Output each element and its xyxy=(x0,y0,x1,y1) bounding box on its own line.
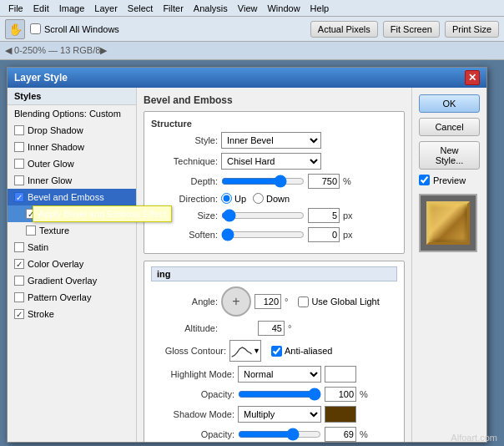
technique-select[interactable]: Chisel Hard xyxy=(221,153,321,170)
angle-wheel[interactable] xyxy=(221,286,251,317)
size-input[interactable] xyxy=(308,208,340,223)
scroll-all-windows-label: Scroll All Windows xyxy=(44,24,119,34)
direction-down-label: Down xyxy=(266,194,290,204)
stroke-item[interactable]: ✓ Stroke xyxy=(8,306,136,322)
cancel-button[interactable]: Cancel xyxy=(419,118,480,136)
inner-shadow-label: Inner Shadow xyxy=(28,142,84,152)
direction-up-item[interactable]: Up xyxy=(221,193,246,204)
shading-section: ing Angle: ° Use Global Light Altitude: xyxy=(144,261,405,442)
print-size-button[interactable]: Print Size xyxy=(445,21,499,38)
anti-aliased-checkbox[interactable] xyxy=(271,346,282,357)
stroke-checkbox[interactable]: ✓ xyxy=(14,309,24,319)
outer-glow-item[interactable]: Outer Glow xyxy=(8,155,136,172)
satin-label: Satin xyxy=(28,242,48,252)
menu-help[interactable]: Help xyxy=(305,2,335,15)
pattern-overlay-item[interactable]: Pattern Overlay xyxy=(8,289,136,306)
gloss-contour-picker[interactable]: ▼ xyxy=(229,340,261,362)
angle-label: Angle: xyxy=(151,296,218,307)
menu-window[interactable]: Window xyxy=(262,2,305,15)
style-select[interactable]: Inner Bevel xyxy=(221,132,321,149)
soften-input[interactable] xyxy=(308,227,340,242)
fit-screen-button[interactable]: Fit Screen xyxy=(383,21,440,38)
tabbar: ◀ 0-250% — 13 RGB/8▶ xyxy=(0,42,504,60)
inner-shadow-item[interactable]: Inner Shadow xyxy=(8,139,136,155)
inner-glow-checkbox[interactable] xyxy=(14,175,24,185)
structure-title: Structure xyxy=(151,119,397,129)
highlight-color-swatch[interactable] xyxy=(325,366,356,383)
contour-dropdown-icon: ▼ xyxy=(253,347,260,355)
gloss-contour-label: Gloss Contour: xyxy=(151,346,226,356)
soften-slider[interactable] xyxy=(221,228,305,241)
menu-view[interactable]: View xyxy=(233,2,263,15)
dialog-close-button[interactable]: ✕ xyxy=(465,70,480,85)
technique-row: Technique: Chisel Hard xyxy=(151,153,397,170)
outer-glow-checkbox[interactable] xyxy=(14,159,24,169)
gloss-contour-row: Gloss Contour: ▼ Anti-aliased xyxy=(151,340,397,362)
altitude-row: Altitude: ° xyxy=(151,321,397,336)
blending-options-item[interactable]: Blending Options: Custom xyxy=(8,105,136,122)
direction-up-radio[interactable] xyxy=(221,193,232,204)
altitude-input[interactable] xyxy=(258,321,285,336)
opacity1-label: Opacity: xyxy=(151,389,234,399)
actual-pixels-button[interactable]: Actual Pixels xyxy=(310,21,378,38)
hand-tool-icon[interactable]: ✋ xyxy=(5,19,25,39)
texture-checkbox[interactable] xyxy=(26,226,36,236)
menu-select[interactable]: Select xyxy=(123,2,159,15)
inner-glow-item[interactable]: Inner Glow xyxy=(8,172,136,189)
pattern-overlay-checkbox[interactable] xyxy=(14,292,24,302)
drop-shadow-item[interactable]: Drop Shadow xyxy=(8,122,136,139)
inner-shadow-checkbox[interactable] xyxy=(14,142,24,152)
angle-row: Angle: ° Use Global Light xyxy=(151,286,397,317)
satin-item[interactable]: Satin xyxy=(8,239,136,256)
depth-slider[interactable] xyxy=(221,175,305,188)
menu-image[interactable]: Image xyxy=(54,2,90,15)
texture-item[interactable]: Texture xyxy=(8,222,136,239)
right-panel: Bevel and Emboss Structure Style: Inner … xyxy=(137,88,411,442)
anti-aliased-label: Anti-aliased xyxy=(285,346,332,356)
pattern-overlay-label: Pattern Overlay xyxy=(28,292,91,302)
satin-checkbox[interactable] xyxy=(14,242,24,252)
ok-button[interactable]: OK xyxy=(419,94,480,113)
preview-inner xyxy=(426,201,470,245)
highlight-mode-select[interactable]: Normal xyxy=(238,366,321,383)
use-global-light-label: Use Global Light xyxy=(311,296,379,307)
angle-input[interactable] xyxy=(255,294,281,309)
scroll-all-windows-checkbox[interactable]: Scroll All Windows xyxy=(30,23,119,34)
use-global-light-item[interactable]: Use Global Light xyxy=(298,296,379,307)
use-global-light-checkbox[interactable] xyxy=(298,296,309,307)
bevel-emboss-checkbox[interactable]: ✓ xyxy=(14,192,24,202)
shadow-mode-select[interactable]: Multiply xyxy=(238,406,321,423)
direction-row: Direction: Up Down xyxy=(151,193,397,204)
menu-filter[interactable]: Filter xyxy=(158,2,188,15)
depth-input[interactable] xyxy=(308,174,340,189)
scroll-all-windows-input[interactable] xyxy=(30,23,41,34)
left-panel-header: Styles xyxy=(8,88,136,105)
menu-file[interactable]: File xyxy=(3,2,28,15)
soften-label: Soften: xyxy=(151,230,218,240)
preview-checkbox[interactable] xyxy=(419,175,430,185)
gradient-overlay-item[interactable]: Gradient Overlay xyxy=(8,272,136,289)
texture-label: Texture xyxy=(39,226,69,236)
direction-down-radio[interactable] xyxy=(253,193,264,204)
anti-aliased-item[interactable]: Anti-aliased xyxy=(271,346,332,357)
drop-shadow-checkbox[interactable] xyxy=(14,125,24,135)
opacity1-input[interactable] xyxy=(325,387,356,402)
opacity2-input[interactable] xyxy=(325,427,356,442)
new-style-button[interactable]: New Style... xyxy=(419,141,480,170)
size-slider[interactable] xyxy=(221,209,305,222)
menu-analysis[interactable]: Analysis xyxy=(189,2,233,15)
dialog-body: Styles Blending Options: Custom Drop Sha… xyxy=(8,88,486,442)
color-overlay-checkbox[interactable]: ✓ xyxy=(14,259,24,269)
gradient-overlay-checkbox[interactable] xyxy=(14,276,24,286)
menu-edit[interactable]: Edit xyxy=(28,2,54,15)
direction-down-item[interactable]: Down xyxy=(253,193,290,204)
style-label: Style: xyxy=(151,135,218,145)
shadow-color-swatch[interactable] xyxy=(325,406,356,423)
menu-layer[interactable]: Layer xyxy=(89,2,123,15)
apply-bevel-emboss-item[interactable]: ✓ Apply Bevel and Emboss Effect xyxy=(8,205,136,222)
opacity1-slider[interactable] xyxy=(238,388,321,401)
color-overlay-item[interactable]: ✓ Color Overlay xyxy=(8,256,136,272)
bevel-emboss-item[interactable]: ✓ Bevel and Emboss xyxy=(8,189,136,205)
opacity2-slider[interactable] xyxy=(238,428,321,441)
highlight-mode-row: Highlight Mode: Normal xyxy=(151,366,397,383)
